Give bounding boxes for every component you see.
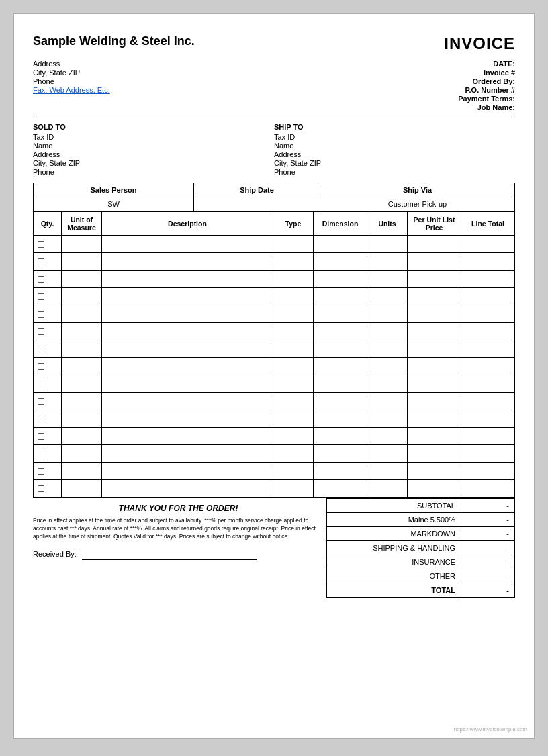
subtotal-value: - <box>461 499 515 513</box>
type-header: Type <box>273 212 314 236</box>
markdown-label: MARKDOWN <box>327 527 461 541</box>
company-fax-web[interactable]: Fax, Web Address, Etc. <box>33 86 110 94</box>
insurance-row: INSURANCE - <box>327 555 515 569</box>
row-checkbox[interactable] <box>38 346 44 352</box>
table-row <box>34 428 515 445</box>
invoice-row: Invoice # <box>484 68 515 77</box>
tax-label: Maine 5.500% <box>327 513 461 527</box>
watermark: https://www.invoicetemple.com <box>454 726 527 733</box>
shipping-label: SHIPPING & HANDLING <box>327 541 461 555</box>
description-header: Description <box>102 212 273 236</box>
row-checkbox[interactable] <box>38 258 44 265</box>
ship-address: Address <box>274 150 515 158</box>
total-row: TOTAL - <box>327 583 515 598</box>
table-row <box>34 480 515 498</box>
table-row <box>34 375 515 393</box>
dimension-header: Dimension <box>314 212 367 236</box>
top-info: Address City, State ZIP Phone Fax, Web A… <box>33 60 515 111</box>
sold-ship-section: SOLD TO Tax ID Name Address City, State … <box>33 123 515 176</box>
row-checkbox[interactable] <box>38 363 44 370</box>
shipping-row: SHIPPING & HANDLING - <box>327 541 515 555</box>
insurance-label: INSURANCE <box>327 555 461 569</box>
ship-date-value <box>194 197 320 211</box>
row-checkbox[interactable] <box>38 451 44 457</box>
ship-info-row: SW Customer Pick-up <box>34 197 515 211</box>
invoice-label: Invoice # <box>484 68 515 77</box>
payment-row: Payment Terms: <box>458 95 515 103</box>
subtotal-label: SUBTOTAL <box>327 499 461 513</box>
tax-value: - <box>461 513 515 527</box>
units-header: Units <box>367 212 408 236</box>
thank-you-text: THANK YOU FOR THE ORDER! <box>33 504 324 513</box>
ship-to-title: SHIP TO <box>274 123 515 131</box>
po-row: P.O. Number # <box>465 86 515 94</box>
row-checkbox[interactable] <box>38 398 44 405</box>
sold-city: City, State ZIP <box>33 159 274 167</box>
row-checkbox[interactable] <box>38 433 44 440</box>
markdown-row: MARKDOWN - <box>327 527 515 541</box>
row-checkbox[interactable] <box>38 293 44 300</box>
date-row: DATE: <box>493 60 515 68</box>
other-row: OTHER - <box>327 569 515 583</box>
payment-label: Payment Terms: <box>458 95 515 103</box>
table-row <box>34 463 515 480</box>
row-checkbox[interactable] <box>38 311 44 318</box>
table-row <box>34 236 515 253</box>
summary-table: SUBTOTAL - Maine 5.500% - MARKDOWN - SHI… <box>327 498 515 598</box>
company-name: Sample Welding & Steel Inc. <box>33 34 195 48</box>
footer-right: SUBTOTAL - Maine 5.500% - MARKDOWN - SHI… <box>327 498 515 598</box>
company-address: Address <box>33 60 110 68</box>
total-value: - <box>461 583 515 598</box>
sold-to-title: SOLD TO <box>33 123 274 131</box>
received-by-line <box>82 548 257 560</box>
tax-row: Maine 5.500% - <box>327 513 515 527</box>
divider-1 <box>33 117 515 117</box>
sold-address: Address <box>33 150 274 158</box>
table-row <box>34 271 515 288</box>
ship-city: City, State ZIP <box>274 159 515 167</box>
ship-to-section: SHIP TO Tax ID Name Address City, State … <box>274 123 515 176</box>
row-checkbox[interactable] <box>38 468 44 475</box>
job-label: Job Name: <box>477 103 515 111</box>
table-row <box>34 323 515 340</box>
ship-name: Name <box>274 142 515 150</box>
line-total-header: Line Total <box>461 212 515 236</box>
ship-date-header: Ship Date <box>194 183 320 197</box>
total-label: TOTAL <box>327 583 461 598</box>
ship-info-table: Sales Person Ship Date Ship Via SW Custo… <box>33 183 515 211</box>
table-row <box>34 358 515 375</box>
footer-left: THANK YOU FOR THE ORDER! Price in effect… <box>33 498 327 598</box>
sold-name: Name <box>33 142 274 150</box>
company-city: City, State ZIP <box>33 68 110 77</box>
company-phone: Phone <box>33 77 110 85</box>
header: Sample Welding & Steel Inc. INVOICE <box>33 34 515 53</box>
sales-person-value: SW <box>34 197 194 211</box>
sold-phone: Phone <box>33 168 274 176</box>
row-checkbox[interactable] <box>38 381 44 387</box>
date-label: DATE: <box>493 60 515 68</box>
row-checkbox[interactable] <box>38 416 44 422</box>
row-checkbox[interactable] <box>38 328 44 335</box>
received-by: Received By: <box>33 548 324 560</box>
shipping-value: - <box>461 541 515 555</box>
table-row <box>34 288 515 305</box>
qty-header: Qty. <box>34 212 62 236</box>
per-unit-header: Per Unit List Price <box>408 212 461 236</box>
sold-tax-id: Tax ID <box>33 133 274 141</box>
table-row <box>34 253 515 271</box>
insurance-value: - <box>461 555 515 569</box>
footer-area: THANK YOU FOR THE ORDER! Price in effect… <box>33 498 515 598</box>
ship-via-value: Customer Pick-up <box>320 197 515 211</box>
other-value: - <box>461 569 515 583</box>
invoice-page: Sample Welding & Steel Inc. INVOICE Addr… <box>13 13 535 739</box>
row-checkbox[interactable] <box>38 485 44 492</box>
row-checkbox[interactable] <box>38 241 44 248</box>
left-info: Address City, State ZIP Phone Fax, Web A… <box>33 60 110 111</box>
table-row <box>34 393 515 410</box>
ship-tax-id: Tax ID <box>274 133 515 141</box>
table-row <box>34 340 515 358</box>
subtotal-row: SUBTOTAL - <box>327 499 515 513</box>
job-row: Job Name: <box>477 103 515 111</box>
invoice-title: INVOICE <box>444 34 515 53</box>
row-checkbox[interactable] <box>38 276 44 283</box>
